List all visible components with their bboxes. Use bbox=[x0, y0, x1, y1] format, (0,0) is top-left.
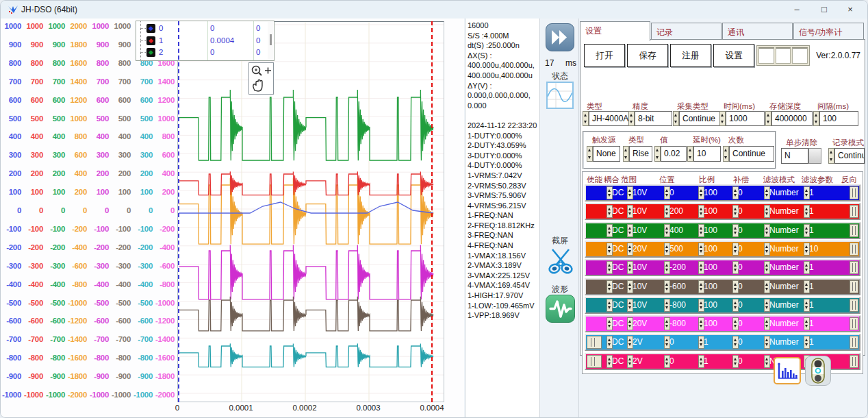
y-axis-label: 700 bbox=[23, 77, 43, 86]
y-axis-label: -900 bbox=[132, 372, 153, 380]
y-axis-label: 500 bbox=[88, 114, 109, 123]
cursor-right[interactable] bbox=[431, 21, 433, 402]
field-4[interactable]: 1000 bbox=[719, 111, 765, 126]
cell-value: 0 bbox=[738, 262, 743, 272]
field-spinner[interactable] bbox=[719, 111, 726, 126]
y-axis-label: -400 bbox=[88, 280, 109, 288]
cell-value: Number bbox=[769, 244, 799, 254]
cell-value: DC bbox=[612, 225, 624, 235]
invert-toggle[interactable] bbox=[850, 186, 858, 199]
trigger-field-5[interactable]: Continue bbox=[723, 146, 774, 162]
y-axis-label: 500 bbox=[23, 114, 43, 123]
invert-toggle[interactable] bbox=[850, 317, 858, 330]
invert-toggle[interactable] bbox=[850, 261, 858, 274]
field-2[interactable]: 8-bit bbox=[628, 111, 672, 126]
trigger-field-2[interactable]: Rise bbox=[623, 146, 652, 162]
waveform-plot[interactable] bbox=[177, 21, 444, 402]
trigger-spinner[interactable] bbox=[687, 146, 693, 162]
close-button[interactable]: × bbox=[839, 3, 862, 16]
signal-legend[interactable]: ◆000◆10.00040◆200◆30.00040 bbox=[136, 21, 275, 61]
enable-toggle[interactable] bbox=[587, 355, 602, 368]
legend-row[interactable]: ◆10.00040 bbox=[136, 35, 274, 47]
trigger-field-1[interactable]: None bbox=[587, 146, 620, 162]
zoom-icon[interactable] bbox=[253, 66, 262, 76]
trigger-spinner[interactable] bbox=[654, 146, 661, 162]
button-4[interactable]: 设置 bbox=[713, 44, 754, 67]
y-axis-label: -400 bbox=[66, 243, 87, 251]
field-spinner[interactable] bbox=[583, 111, 589, 126]
zoom-in-icon[interactable] bbox=[265, 68, 271, 74]
button-3[interactable]: 注册 bbox=[670, 44, 711, 67]
single-clear-button[interactable] bbox=[808, 148, 821, 164]
invert-toggle[interactable] bbox=[850, 336, 858, 349]
screenshot-scissors-icon[interactable] bbox=[548, 246, 574, 279]
trigger-spinner[interactable] bbox=[623, 146, 629, 162]
trigger-spinner[interactable] bbox=[723, 146, 729, 162]
camera-button[interactable] bbox=[805, 356, 831, 386]
field-spinner[interactable] bbox=[765, 111, 771, 126]
y-axis-label: -200 bbox=[132, 243, 153, 251]
cursor-left[interactable] bbox=[178, 21, 179, 402]
field-spinner[interactable] bbox=[673, 111, 679, 126]
trigger-field-3[interactable]: 0.02 bbox=[654, 146, 687, 162]
channel-row-2[interactable]: DC10V2001000Number1 bbox=[585, 203, 860, 220]
maximize-button[interactable]: □ bbox=[813, 3, 836, 16]
channel-header: 比例 bbox=[699, 175, 715, 185]
tab-3[interactable]: 通讯 bbox=[722, 23, 793, 40]
channel-row-9[interactable]: DC2V010Number1 bbox=[585, 334, 860, 351]
channel-row-1[interactable]: DC10V01000Number1 bbox=[585, 184, 860, 201]
waveform-view-button[interactable] bbox=[546, 295, 575, 323]
cell-value: Number bbox=[769, 188, 799, 197]
legend-scrollbar[interactable] bbox=[268, 22, 273, 60]
plot-section: 10009008007006005004003002001000-100-200… bbox=[1, 19, 464, 417]
y-axis-label: -1800 bbox=[154, 372, 175, 380]
single-clear-field[interactable]: N bbox=[781, 148, 821, 164]
invert-toggle[interactable] bbox=[850, 299, 858, 312]
y-axis-label: 0 bbox=[154, 206, 175, 214]
y-axis-label: 1800 bbox=[66, 40, 87, 49]
app-logo-icon bbox=[8, 4, 18, 15]
invert-toggle[interactable] bbox=[850, 243, 858, 256]
pan-hand-icon[interactable] bbox=[253, 80, 262, 92]
field-spinner[interactable] bbox=[628, 111, 635, 126]
invert-toggle[interactable] bbox=[850, 280, 858, 293]
channel-row-7[interactable]: DC10V-8001000Number1 bbox=[585, 297, 860, 314]
field-5[interactable]: 4000000 bbox=[765, 111, 813, 126]
channel-row-5[interactable]: DC10V-2001000Number1 bbox=[585, 259, 860, 276]
invert-toggle[interactable] bbox=[850, 224, 858, 237]
y-axis-label: 1400 bbox=[66, 77, 87, 86]
invert-toggle[interactable] bbox=[850, 355, 858, 368]
field-3[interactable]: Continue bbox=[673, 111, 722, 126]
status-waveform-icon[interactable] bbox=[546, 82, 574, 109]
channel-row-6[interactable]: DC10V-6001000Number1 bbox=[585, 278, 860, 295]
button-1[interactable]: 打开 bbox=[584, 44, 625, 67]
trigger-field-4[interactable]: 10 bbox=[687, 146, 721, 162]
legend-row[interactable]: ◆30.00040 bbox=[136, 59, 274, 62]
cell-value: 100 bbox=[704, 225, 717, 235]
legend-x-value: 0 bbox=[210, 48, 214, 56]
button-2[interactable]: 保存 bbox=[627, 44, 668, 67]
channel-row-8[interactable]: DC20V-8001000Number1 bbox=[585, 315, 860, 332]
record-mode-spinner[interactable] bbox=[828, 148, 834, 164]
field-spinner[interactable] bbox=[813, 111, 819, 126]
minimize-button[interactable]: – bbox=[785, 3, 808, 16]
tab-4[interactable]: 信号/功率计 bbox=[793, 23, 864, 40]
trigger-spinner[interactable] bbox=[587, 146, 593, 162]
run-fast-forward-button[interactable] bbox=[546, 23, 574, 51]
legend-row[interactable]: ◆200 bbox=[136, 47, 274, 59]
field-6[interactable]: 100 bbox=[813, 111, 858, 126]
channel-row-4[interactable]: DC20V5001000Number10 bbox=[585, 241, 860, 258]
tab-2[interactable]: 记录 bbox=[651, 23, 722, 40]
enable-toggle[interactable] bbox=[587, 336, 602, 349]
channel-table: 使能耦合范围位置比例补偿滤波模式滤波参数反向 DC10V01000Number1… bbox=[582, 171, 863, 374]
field-1[interactable]: JH-4000A bbox=[583, 111, 631, 126]
legend-row[interactable]: ◆000 bbox=[136, 23, 274, 35]
record-mode-field[interactable]: Continue bbox=[828, 148, 865, 164]
spectrum-button[interactable] bbox=[774, 357, 801, 384]
cell-value: DC bbox=[612, 337, 624, 347]
cell-value: 0 bbox=[738, 356, 743, 366]
invert-toggle[interactable] bbox=[850, 205, 858, 218]
tab-1[interactable]: 设置 bbox=[580, 21, 650, 41]
cell-value: 0 bbox=[669, 337, 674, 347]
channel-row-3[interactable]: DC10V4001000Number1 bbox=[585, 222, 860, 239]
